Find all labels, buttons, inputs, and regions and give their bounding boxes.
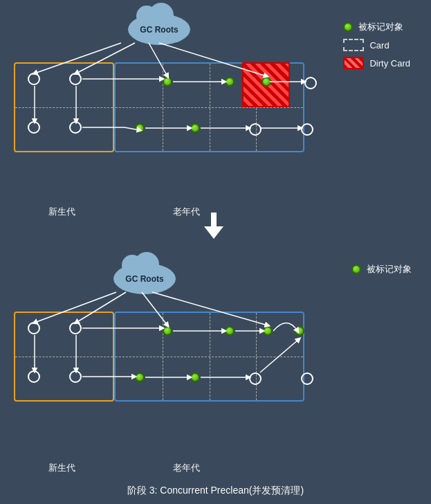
legend-marked-object: 被标记对象	[343, 21, 410, 33]
bottom-node-y2	[69, 322, 82, 334]
bottom-node-ob1	[135, 372, 145, 382]
bottom-gc-roots-cloud: GC Roots	[113, 263, 176, 294]
legend-dirty-text: Dirty Card	[369, 58, 410, 69]
bottom-node-y1	[28, 322, 40, 334]
top-gc-roots-cloud: GC Roots	[128, 14, 190, 45]
top-node-ob4	[301, 123, 313, 136]
top-node-y3	[28, 121, 40, 134]
old-divider-v2	[210, 64, 210, 151]
bottom-legend-text: 被标记对象	[367, 263, 412, 276]
down-arrow	[204, 213, 223, 239]
bottom-title: 阶段 3: Concurrent Preclean(并发预清理)	[0, 485, 431, 497]
top-node-y4	[69, 121, 82, 134]
top-node-o3-dirty	[262, 77, 271, 87]
top-young-label: 新生代	[48, 206, 75, 218]
bottom-node-ob2	[190, 372, 200, 382]
top-gc-roots: GC Roots	[128, 14, 190, 45]
top-node-o2	[225, 77, 235, 87]
top-gc-roots-label: GC Roots	[140, 25, 178, 35]
bottom-legend-circle	[351, 264, 361, 274]
top-node-o1	[163, 77, 172, 87]
bottom-young-label: 新生代	[48, 462, 75, 474]
old-divider-v1	[163, 64, 163, 151]
main-container: 被标记对象 Card Dirty Card GC Roots	[0, 0, 431, 504]
bottom-old-gen	[114, 312, 304, 402]
legend-dirty-card: Dirty Card	[343, 57, 410, 69]
bottom-node-y3	[28, 370, 40, 383]
bottom-node-o3	[263, 326, 273, 336]
legend-circle-icon	[343, 22, 353, 32]
top-node-ob3	[249, 123, 262, 136]
bottom-old-divider-v1	[163, 313, 163, 400]
bottom-node-ob4	[301, 372, 313, 385]
bottom-old-label: 老年代	[173, 462, 200, 474]
arrow-head	[204, 226, 223, 239]
arrow-shaft	[211, 213, 217, 226]
legend: 被标记对象 Card Dirty Card	[343, 21, 410, 69]
bottom-node-o2	[225, 326, 235, 336]
top-node-o4	[304, 77, 317, 89]
bottom-legend: 被标记对象	[351, 263, 412, 276]
young-divider	[15, 107, 113, 108]
bottom-node-ob3	[249, 372, 262, 385]
legend-card-text: Card	[369, 40, 389, 51]
bottom-gc-roots-label: GC Roots	[125, 274, 163, 284]
legend-marked-text: 被标记对象	[358, 21, 403, 33]
top-node-ob1	[135, 123, 145, 133]
bottom-old-divider-v2	[210, 313, 210, 400]
bottom-node-o4	[295, 326, 304, 336]
legend-card: Card	[343, 39, 410, 51]
legend-dirty-icon	[343, 57, 364, 69]
bottom-node-o1	[163, 326, 172, 336]
bottom-gc-roots: GC Roots	[113, 263, 176, 294]
bottom-node-y4	[69, 370, 82, 383]
top-node-y2	[69, 73, 82, 85]
bottom-old-divider-v3	[256, 313, 257, 400]
top-node-y1	[28, 73, 40, 85]
top-node-ob2	[190, 123, 200, 133]
bottom-young-divider	[15, 357, 113, 357]
legend-card-icon	[343, 39, 364, 51]
bottom-diagram: 被标记对象 GC Roots	[14, 263, 304, 457]
top-diagram: GC Roots	[14, 14, 304, 201]
top-old-label: 老年代	[173, 206, 200, 218]
